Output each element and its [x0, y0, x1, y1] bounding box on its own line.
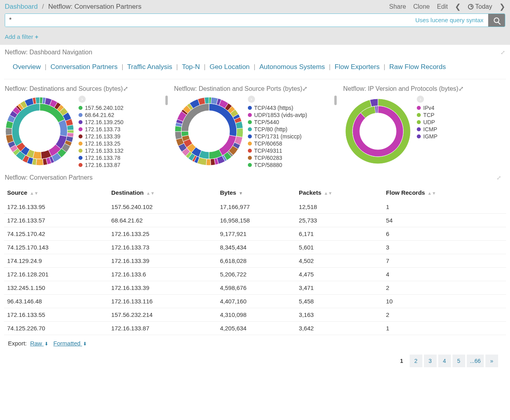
nav-link[interactable]: Traffic Analysis	[127, 63, 172, 71]
legend-item[interactable]: 172.16.133.39	[79, 133, 161, 140]
nav-link[interactable]: Conversation Partners	[50, 63, 117, 71]
export-raw-link[interactable]: Raw	[30, 340, 48, 347]
expand-icon[interactable]	[500, 49, 505, 56]
nav-link[interactable]: Flow Exporters	[335, 63, 380, 71]
legend-item[interactable]: TCP	[417, 111, 506, 119]
search-input[interactable]	[5, 14, 410, 27]
legend-ports: › TCP/443 (https)UDP/1853 (vids-avtp)TCP…	[248, 96, 330, 169]
time-picker[interactable]: Today	[468, 3, 492, 10]
nav-link[interactable]: Overview	[13, 63, 41, 71]
legend-next-icon[interactable]: ›	[248, 96, 255, 103]
legend-item[interactable]: TCP/443 (https)	[248, 104, 330, 111]
legend-label: TCP/60658	[254, 140, 282, 147]
nav-panel-title: Netflow: Dashboard Navigation	[5, 49, 92, 56]
legend-item[interactable]: 172.16.133.132	[79, 147, 161, 154]
expand-icon[interactable]	[458, 85, 464, 92]
legend-label: TCP/58880	[254, 162, 282, 168]
table-cell: 6,618,028	[217, 254, 296, 268]
page-button[interactable]: ...66	[467, 355, 484, 367]
table-cell: 4,502	[296, 254, 383, 268]
column-header[interactable]: Bytes ▼	[217, 185, 296, 200]
legend-item[interactable]: UDP/1853 (vids-avtp)	[248, 111, 330, 119]
table-cell: 3,642	[296, 322, 383, 335]
legend-item[interactable]: 172.16.133.78	[79, 154, 161, 161]
legend-swatch	[248, 134, 252, 138]
expand-icon[interactable]	[302, 85, 307, 92]
table-row: 74.125.170.143172.16.133.738,345,4345,60…	[4, 241, 506, 254]
donut-dest-src[interactable]	[4, 96, 75, 167]
table-cell: 5,458	[296, 295, 383, 308]
page-button[interactable]: 1	[395, 355, 408, 367]
legend-item[interactable]: IGMP	[417, 133, 506, 140]
legend-scroll-thumb[interactable]	[334, 96, 337, 105]
donut-proto[interactable]	[342, 96, 414, 167]
legend-next-icon[interactable]: ›	[417, 96, 424, 103]
breadcrumb-root[interactable]: Dashboard	[5, 3, 38, 10]
table-cell: 4,205,634	[217, 322, 296, 335]
donut-ports[interactable]	[173, 96, 245, 167]
legend-item[interactable]: 172.16.133.87	[79, 161, 161, 169]
column-header[interactable]: Destination ▲▼	[108, 185, 217, 200]
column-header[interactable]: Packets ▲▼	[296, 185, 383, 200]
legend-label: TCP/1731 (msiccp)	[254, 133, 302, 140]
table-panel-title: Netflow: Conversation Partners	[5, 174, 92, 181]
legend-item[interactable]: 68.64.21.62	[79, 111, 161, 119]
column-header[interactable]: Source ▲▼	[4, 185, 108, 200]
table-cell: 3,471	[296, 281, 383, 295]
page-button[interactable]: 3	[424, 355, 437, 367]
legend-item[interactable]: 172.16.133.73	[79, 126, 161, 133]
legend-item[interactable]: 172.16.133.25	[79, 140, 161, 147]
table-cell: 172.16.128.201	[4, 268, 108, 281]
table-cell: 5,206,722	[217, 268, 296, 281]
legend-item[interactable]: TCP/60283	[248, 154, 330, 161]
legend-label: TCP/80 (http)	[254, 126, 288, 132]
legend-swatch	[79, 113, 82, 117]
legend-item[interactable]: TCP/58880	[248, 161, 330, 169]
legend-item[interactable]: TCP/1731 (msiccp)	[248, 133, 330, 140]
search-row: Uses lucene query syntax	[0, 13, 510, 29]
table-row: 172.16.133.95157.56.240.10217,166,97712,…	[4, 200, 506, 214]
legend-item[interactable]: TCP/80 (http)	[248, 126, 330, 133]
expand-icon[interactable]	[123, 85, 128, 92]
legend-item[interactable]: ICMP	[417, 126, 506, 133]
export-formatted-link[interactable]: Formatted	[54, 340, 87, 347]
legend-item[interactable]: 157.56.240.102	[79, 104, 161, 111]
legend-item[interactable]: 172.16.139.250	[79, 119, 161, 126]
time-next-icon[interactable]: ❯	[499, 2, 505, 11]
legend-swatch	[417, 113, 421, 117]
legend-scroll-thumb[interactable]	[165, 96, 168, 105]
nav-link[interactable]: Autonomous Systems	[259, 63, 325, 71]
table-row: 96.43.146.48172.16.133.1164,407,1605,458…	[4, 295, 506, 308]
charts-row: Netflow: Destinations and Sources (bytes…	[0, 82, 510, 169]
nav-link[interactable]: Geo Location	[209, 63, 249, 71]
nav-link[interactable]: Raw Flow Records	[389, 63, 446, 71]
expand-icon[interactable]	[497, 175, 501, 181]
table-cell: 172.16.133.55	[4, 308, 108, 322]
share-button[interactable]: Share	[389, 3, 406, 10]
query-syntax-hint[interactable]: Uses lucene query syntax	[410, 14, 488, 27]
page-button[interactable]: »	[485, 355, 498, 367]
legend-item[interactable]: TCP/49311	[248, 147, 330, 154]
filter-bar: Add a filter +	[0, 29, 510, 45]
clone-button[interactable]: Clone	[413, 3, 430, 10]
table-cell: 172.16.133.39	[108, 281, 217, 295]
time-prev-icon[interactable]: ❮	[455, 2, 461, 11]
column-header[interactable]: Flow Records ▲▼	[383, 185, 506, 200]
table-row: 174.129.24.9172.16.133.396,618,0284,5027	[4, 254, 506, 268]
search-button[interactable]	[488, 14, 505, 27]
vis-dest-src: Netflow: Destinations and Sources (bytes…	[4, 82, 168, 169]
page-button[interactable]: 5	[452, 355, 465, 367]
legend-item[interactable]: UDP	[417, 119, 506, 126]
page-button[interactable]: 4	[438, 355, 451, 367]
legend-label: 172.16.133.73	[85, 126, 121, 132]
edit-button[interactable]: Edit	[437, 3, 448, 10]
nav-link[interactable]: Top-N	[182, 63, 200, 71]
legend-item[interactable]: TCP/5440	[248, 119, 330, 126]
pagination: 12345...66»	[4, 347, 506, 375]
add-filter-button[interactable]: Add a filter +	[5, 33, 38, 40]
legend-next-icon[interactable]: ›	[79, 96, 86, 103]
page-button[interactable]: 2	[410, 355, 422, 367]
legend-item[interactable]: IPv4	[417, 104, 506, 111]
legend-item[interactable]: TCP/60658	[248, 140, 330, 147]
table-row: 74.125.170.42172.16.133.259,177,9216,171…	[4, 227, 506, 241]
